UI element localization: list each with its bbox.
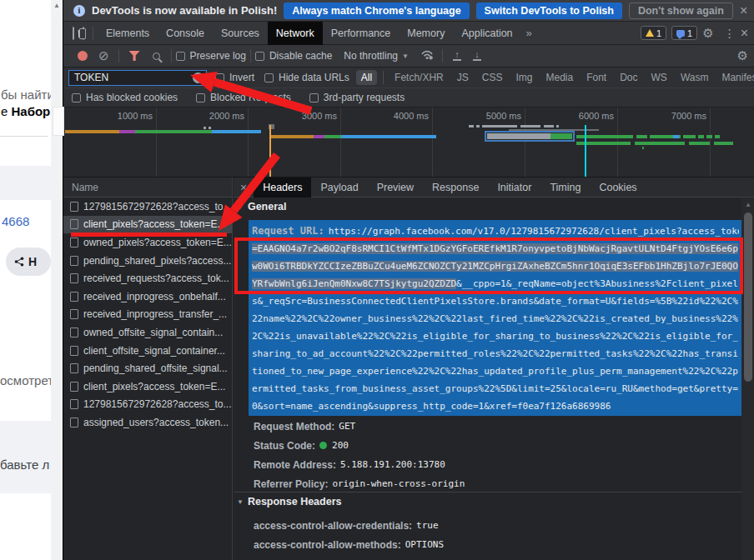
request-row[interactable]: client_pixels?access_token=E... — [63, 216, 232, 234]
name-column-header[interactable]: Name — [63, 178, 232, 198]
file-icon — [70, 309, 78, 319]
filter-type-wasm[interactable]: Wasm — [676, 70, 714, 85]
request-row[interactable]: client_pixels?access_token=E... — [63, 378, 232, 396]
request-url-line: Request URL:https://graph.facebook.com/v… — [252, 222, 739, 240]
filter-type-ws[interactable]: WS — [646, 70, 672, 85]
request-url-line: ermitted_tasks_from_business_asset_group… — [252, 380, 739, 398]
filter-type-img[interactable]: Img — [510, 70, 537, 85]
network-conditions-icon[interactable] — [420, 49, 434, 62]
tab-sources[interactable]: Sources — [213, 22, 268, 45]
tab-response[interactable]: Response — [423, 178, 488, 198]
request-row[interactable]: owned_offsite_signal_contain... — [63, 323, 232, 342]
tab-memory[interactable]: Memory — [399, 22, 453, 45]
request-name: client_pixels?access_token=E... — [83, 218, 225, 230]
filter-input[interactable] — [68, 70, 207, 86]
issues-badge[interactable]: 1 — [671, 26, 697, 40]
filter-type-manifest[interactable]: Manifest — [716, 70, 754, 85]
request-row[interactable]: received_requests?access_tok... — [63, 269, 232, 288]
tab-elements[interactable]: Elements — [98, 22, 158, 45]
filter-type-font[interactable]: Font — [581, 70, 611, 85]
match-language-button[interactable]: Always match Chrome's language — [284, 2, 469, 19]
hide-data-urls-control: Hide data URLs — [264, 72, 349, 83]
request-url-line: 22name%22%2C%22owner_business%22%2C%22la… — [252, 310, 739, 328]
request-row[interactable]: received_inprogress_transfer_... — [63, 306, 232, 324]
kebab-menu-icon[interactable]: ⋮ — [724, 27, 736, 40]
divider — [383, 71, 384, 84]
network-settings-gear-icon[interactable]: ⚙ — [737, 48, 748, 63]
detail-scrollbar[interactable]: ▲ — [741, 198, 754, 560]
tab-performance[interactable]: Performance — [323, 22, 400, 45]
filter-type-fetchxhr[interactable]: Fetch/XHR — [390, 70, 449, 85]
tab-application[interactable]: Application — [453, 22, 520, 45]
settings-gear-icon[interactable]: ⚙ — [702, 26, 713, 41]
filter-type-js[interactable]: JS — [452, 70, 474, 85]
request-row[interactable]: 1279815672972628?access_to... — [63, 396, 232, 414]
blocked-requests-checkbox[interactable] — [196, 93, 205, 102]
filter-type-all[interactable]: All — [356, 70, 377, 85]
dont-show-again-button[interactable]: Don't show again — [629, 2, 733, 19]
throttling-select[interactable]: No throttling — [344, 50, 398, 62]
filter-type-doc[interactable]: Doc — [615, 70, 642, 85]
page-pill-button[interactable]: Н — [6, 248, 51, 276]
request-detail-panel: × Headers Payload Preview Response Initi… — [234, 178, 754, 560]
switch-to-polish-button[interactable]: Switch DevTools to Polish — [476, 2, 622, 19]
detail-close-icon[interactable]: × — [240, 181, 247, 194]
request-row[interactable]: assigned_users?access_token... — [63, 413, 232, 432]
filter-funnel-icon[interactable] — [129, 51, 140, 61]
waterfall-segment — [706, 135, 712, 138]
tab-console[interactable]: Console — [158, 22, 213, 45]
waterfall-segment — [698, 135, 704, 138]
page-scroll-up-arrow[interactable]: ▲ — [51, 1, 63, 11]
scrollbar-thumb[interactable] — [744, 212, 752, 382]
devtools-close-icon[interactable]: × — [741, 27, 748, 40]
request-row[interactable]: received_inprogress_onbehalf... — [63, 288, 232, 306]
third-party-requests-checkbox[interactable] — [309, 93, 319, 102]
request-row[interactable]: pending_shared_offsite_signal... — [63, 359, 232, 378]
general-section-header[interactable]: ▼General — [237, 201, 286, 212]
has-blocked-cookies-checkbox[interactable] — [72, 93, 81, 102]
tab-timing[interactable]: Timing — [540, 178, 590, 198]
filter-type-css[interactable]: CSS — [477, 70, 508, 85]
import-har-icon[interactable]: ↑ — [453, 51, 461, 61]
export-har-icon[interactable]: ↓ — [473, 51, 481, 61]
tab-network[interactable]: Network — [268, 22, 323, 45]
request-row[interactable]: pending_shared_pixels?access... — [63, 252, 232, 270]
network-overview-timeline[interactable]: 1000 ms2000 ms3000 ms4000 ms5000 ms6000 … — [63, 108, 754, 178]
scroll-up-arrow[interactable]: ▲ — [741, 201, 754, 208]
page-text-fragment: бы найти — [1, 88, 54, 102]
tab-cookies[interactable]: Cookies — [590, 178, 646, 198]
more-tabs-icon[interactable]: » — [521, 27, 537, 39]
clear-icon[interactable]: ⊘ — [98, 48, 109, 63]
page-gray-band — [0, 166, 51, 200]
tab-initiator[interactable]: Initiator — [488, 178, 540, 198]
file-icon — [70, 382, 78, 392]
warnings-badge[interactable]: 1 — [641, 26, 666, 40]
requests-list-panel: Name 1279815672972628?access_to... clien… — [63, 178, 233, 560]
timeline-gridline — [340, 108, 341, 177]
request-row[interactable]: client_offsite_signal_container... — [63, 342, 232, 360]
device-toolbar-icon[interactable] — [83, 28, 84, 39]
tab-payload[interactable]: Payload — [311, 178, 367, 198]
request-url-line: 0&sort=name_ascending&suppress_http_code… — [252, 398, 739, 415]
tab-preview[interactable]: Preview — [368, 178, 423, 198]
response-headers-section-header[interactable]: ▼Response Headers — [237, 496, 341, 508]
info-icon: i — [73, 5, 85, 17]
tab-headers[interactable]: Headers — [254, 178, 311, 198]
disable-cache-checkbox[interactable] — [255, 52, 264, 61]
hide-data-urls-checkbox[interactable] — [264, 73, 274, 82]
invert-checkbox[interactable] — [215, 73, 224, 82]
record-icon[interactable] — [78, 51, 88, 61]
clear-filter-icon[interactable]: × — [193, 72, 204, 83]
waterfall-segment — [636, 135, 647, 138]
infobar-close-icon[interactable]: × — [740, 4, 747, 18]
page-scrollbar-track[interactable] — [51, 0, 63, 560]
page-link-number[interactable]: 4668 — [2, 214, 29, 228]
waterfall-segment — [556, 125, 559, 128]
inspect-element-icon[interactable] — [73, 28, 74, 39]
request-row[interactable]: 1279815672972628?access_to... — [63, 198, 232, 216]
filter-type-media[interactable]: Media — [540, 70, 578, 85]
page-scrollbar-thumb[interactable] — [53, 107, 64, 136]
preserve-log-checkbox[interactable] — [176, 52, 185, 61]
request-row[interactable]: owned_pixels?access_token=E... — [63, 233, 232, 252]
search-icon[interactable] — [153, 52, 160, 60]
